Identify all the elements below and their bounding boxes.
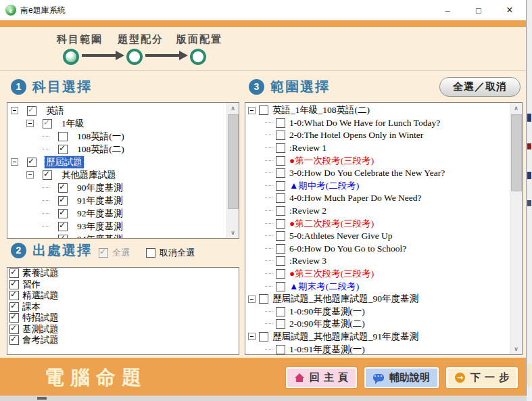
checkbox[interactable] <box>276 307 285 316</box>
expander-minus-icon[interactable] <box>248 107 256 114</box>
tree-row[interactable]: 英語 <box>7 104 227 117</box>
tree-row[interactable]: 英語_1年級_108英語(二) <box>245 104 510 117</box>
checkbox[interactable] <box>276 345 285 354</box>
checkbox[interactable] <box>276 156 285 166</box>
tree-row[interactable]: 1年級 <box>7 117 227 130</box>
tree-node-label[interactable]: 3-0:How Do You Celebrate the New Year? <box>288 168 446 179</box>
tree-node-label[interactable]: 歷屆試題_其他題庫試題_90年度基測 <box>271 293 420 305</box>
tree-node-label[interactable]: 108英語(二) <box>76 143 126 156</box>
checkbox[interactable] <box>9 302 19 312</box>
tree-node-label[interactable]: 91年度基測 <box>76 195 124 207</box>
checkbox[interactable] <box>259 294 268 304</box>
tree-row[interactable]: 4-0:How Much Paper Do We Need? <box>245 192 510 205</box>
tree-row[interactable]: :Review 1 <box>245 142 510 155</box>
tree-row[interactable]: 94年度基測 <box>7 233 227 239</box>
tree-node-label[interactable]: 英語 <box>45 105 66 117</box>
checkbox[interactable] <box>276 206 285 216</box>
checkbox[interactable] <box>58 145 68 154</box>
checkbox[interactable] <box>58 196 68 206</box>
tree-node-label[interactable]: 108英語(一) <box>76 131 126 143</box>
list-item[interactable]: 習作 <box>7 279 239 291</box>
tree-node-label[interactable]: :Review 3 <box>288 256 328 266</box>
tree-row[interactable]: 1-0:91年度基測(一) <box>245 343 510 355</box>
scroll-down-icon[interactable]: ∨ <box>227 227 239 238</box>
tree-row[interactable]: 1-0:What Do We Have for Lunch Today? <box>245 117 510 130</box>
tree-node-label[interactable]: 1-0:90年度基測(一) <box>288 306 366 318</box>
tree-node-label[interactable]: ●第二次段考(三段考) <box>288 218 375 230</box>
tree-node-label[interactable]: :Review 1 <box>288 143 328 154</box>
select-all-checkbox[interactable] <box>99 248 108 258</box>
list-item[interactable]: 特招試題 <box>7 312 239 324</box>
tree-node-label[interactable]: 1-0:What Do We Have for Lunch Today? <box>288 118 441 128</box>
checkbox[interactable] <box>58 222 68 231</box>
tree-node-label[interactable]: 94年度基測 <box>76 233 124 239</box>
tree-node-label[interactable]: 2-0:90年度基測(二) <box>288 318 366 330</box>
maximize-icon[interactable]: □ <box>463 0 494 20</box>
checkbox[interactable] <box>58 183 68 193</box>
tree-node-label[interactable]: ▲期末考(二段考) <box>288 281 360 293</box>
checkbox[interactable] <box>276 131 285 140</box>
checkbox[interactable] <box>276 143 285 153</box>
help-button[interactable]: 輔助說明 <box>364 367 439 388</box>
checkbox[interactable] <box>9 335 19 345</box>
tree-node-label[interactable]: 90年度基測 <box>76 182 124 194</box>
checkbox[interactable] <box>259 105 268 115</box>
tree-row[interactable]: ●第三次段考(三段考) <box>245 268 510 281</box>
tree-row[interactable]: ▲期中考(二段考) <box>245 180 510 193</box>
list-item[interactable]: 會考試題 <box>7 335 239 346</box>
tree-row[interactable]: 108英語(一) <box>7 130 227 143</box>
checkbox[interactable] <box>58 209 68 218</box>
scroll-up-icon[interactable]: ∧ <box>227 103 239 114</box>
minimize-icon[interactable]: – <box>432 0 463 20</box>
step-circle-3[interactable] <box>190 49 206 65</box>
checkbox[interactable] <box>58 235 68 239</box>
checkbox[interactable] <box>276 193 285 203</box>
list-item[interactable]: 精選試題 <box>7 290 239 302</box>
tree-node-label[interactable]: 93年度基測 <box>76 220 124 233</box>
scroll-up-icon[interactable]: ∧ <box>510 103 522 114</box>
deselect-all-checkbox[interactable] <box>146 248 155 258</box>
list-item[interactable]: 基測試題 <box>7 324 239 335</box>
tree-row[interactable]: 108英語(二) <box>7 143 227 156</box>
tree-row[interactable]: 歷屆試題 <box>7 156 227 168</box>
checkbox[interactable] <box>276 282 285 291</box>
tree-node-label[interactable]: 1-0:91年度基測(一) <box>288 344 366 355</box>
tree-node-label[interactable]: ●第一次段考(三段考) <box>288 155 375 167</box>
expander-minus-icon[interactable] <box>248 333 256 340</box>
list-item[interactable]: 課本 <box>7 302 239 313</box>
checkbox[interactable] <box>9 280 19 289</box>
checkbox[interactable] <box>276 269 285 279</box>
tree-row[interactable]: 2-0:90年度基測(二) <box>245 318 510 331</box>
tree-row[interactable]: 91年度基測 <box>7 194 227 207</box>
step-circle-2[interactable] <box>126 49 143 65</box>
tree-node-label[interactable]: 1年級 <box>60 118 86 130</box>
checkbox[interactable] <box>27 106 37 116</box>
close-icon[interactable]: × <box>494 0 525 20</box>
tree-row[interactable]: ●第一次段考(三段考) <box>245 154 510 167</box>
tree-node-label[interactable]: 6-0:How Do You Go to School? <box>288 243 408 254</box>
tree-row[interactable]: 歷屆試題_其他題庫試題_91年度基測 <box>245 331 510 344</box>
checkbox[interactable] <box>276 181 285 191</box>
checkbox[interactable] <box>27 158 37 167</box>
checkbox[interactable] <box>43 119 52 128</box>
vertical-scrollbar[interactable]: ∧ ∨ <box>226 103 239 238</box>
tree-row[interactable]: :Review 3 <box>245 255 510 268</box>
checkbox[interactable] <box>276 118 285 128</box>
step-circle-1-active[interactable] <box>63 49 79 65</box>
checkbox[interactable] <box>58 132 68 141</box>
checkbox[interactable] <box>259 332 268 341</box>
tree-row[interactable]: 90年度基測 <box>7 181 227 194</box>
list-item[interactable]: 素養試題 <box>7 268 239 279</box>
checkbox[interactable] <box>276 244 285 254</box>
vertical-scrollbar[interactable]: ∧ ∨ <box>510 103 522 354</box>
scrollbar-thumb[interactable] <box>511 114 522 191</box>
tree-node-label[interactable]: :Review 2 <box>288 206 328 216</box>
expander-minus-icon[interactable] <box>11 158 18 166</box>
tree-row[interactable]: ●第二次段考(三段考) <box>245 217 510 230</box>
tree-row[interactable]: 92年度基測 <box>7 207 227 220</box>
tree-node-label[interactable]: ▲期中考(二段考) <box>288 180 360 192</box>
checkbox[interactable] <box>276 219 285 229</box>
tree-row[interactable]: 歷屆試題_其他題庫試題_90年度基測 <box>245 293 510 306</box>
tree-row[interactable]: 其他題庫試題 <box>7 168 227 181</box>
tree-node-label[interactable]: 4-0:How Much Paper Do We Need? <box>288 193 423 204</box>
